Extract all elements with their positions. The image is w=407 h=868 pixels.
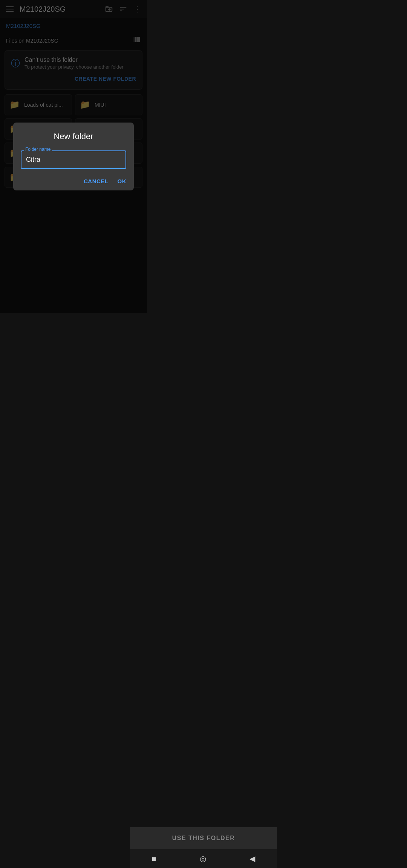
cancel-button[interactable]: CANCEL: [84, 178, 109, 184]
modal-overlay: New folder Folder name CANCEL OK: [0, 0, 147, 313]
modal-field-wrapper: Folder name: [21, 150, 126, 169]
ok-button[interactable]: OK: [118, 178, 127, 184]
modal-title: New folder: [21, 132, 126, 141]
folder-name-label: Folder name: [24, 147, 52, 152]
new-folder-dialog: New folder Folder name CANCEL OK: [13, 123, 134, 190]
modal-actions: CANCEL OK: [21, 178, 126, 184]
folder-name-input[interactable]: [21, 150, 126, 169]
